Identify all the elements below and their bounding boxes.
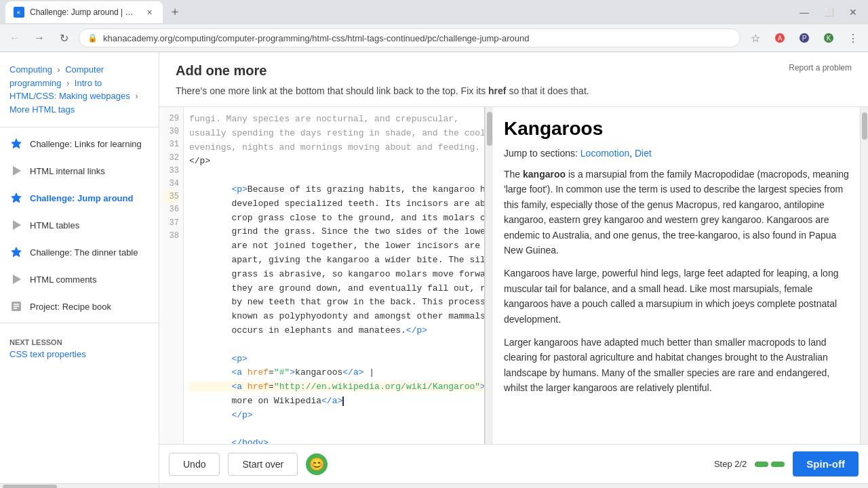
editor-footer: Undo Start over 😊 Step 2/2 Spin-off (159, 444, 868, 483)
preview-para3: Larger kangaroos have adapted much bette… (504, 335, 849, 396)
line-num-36: 36 (163, 203, 179, 216)
preview-title: Kangaroos (504, 118, 849, 140)
line-num-31: 31 (163, 138, 179, 151)
sidebar-scroll[interactable]: Computing › Computer programming › Intro… (0, 52, 159, 483)
bookmark-icon[interactable]: ☆ (746, 28, 765, 47)
svg-text:P: P (802, 35, 807, 42)
project-icon (9, 300, 23, 313)
step-area: Step 2/2 Spin-off (714, 451, 859, 476)
menu-button[interactable]: ⋮ (844, 28, 863, 47)
svg-text:A: A (778, 35, 783, 42)
editor-scrollbar-thumb (487, 112, 492, 146)
content-header: Add one more There's one more link at th… (159, 52, 868, 107)
refresh-button[interactable]: ↻ (54, 28, 73, 47)
extension-icon1[interactable]: A (770, 28, 789, 47)
sidebar-item-html-comments[interactable]: HTML comments (0, 266, 159, 293)
next-lesson-name[interactable]: CSS text properties (9, 349, 149, 359)
code-editor: 29 30 31 32 33 (159, 107, 485, 444)
code-p-open: <p>Because of its grazing habits, the ka… (189, 184, 484, 336)
preview-area[interactable]: Kangaroos Jump to sections: Locomotion, … (493, 107, 860, 444)
close-window-button[interactable]: ✕ (844, 3, 863, 22)
toolbar-icons: ☆ A P K ⋮ (746, 28, 863, 47)
sidebar-item-links-for-learning[interactable]: Challenge: Links for learning (0, 130, 159, 157)
browser-chrome: K Challenge: Jump around | More ... ✕ + … (0, 0, 868, 52)
sidebar-item-project-recipe-book[interactable]: Project: Recipe book (0, 293, 159, 320)
code-content-text[interactable]: fungi. Many species are nocturnal, and c… (184, 107, 484, 444)
browser-tab[interactable]: K Challenge: Jump around | More ... ✕ (5, 1, 163, 23)
sidebar-label-project-recipe-book: Project: Recipe book (30, 302, 111, 312)
tab-bar: K Challenge: Jump around | More ... ✕ + … (0, 0, 868, 24)
code-line-fade: fungi. Many species are nocturnal, and c… (189, 114, 484, 152)
line-num-34: 34 (163, 178, 179, 190)
sidebar-item-html-tables[interactable]: HTML tables (0, 211, 159, 239)
undo-button[interactable]: Undo (169, 453, 220, 476)
url-text: khanacademy.org/computing/computer-progr… (103, 33, 529, 43)
star-icon (9, 137, 23, 150)
step-dot-1 (755, 462, 768, 467)
extension-icon3[interactable]: K (819, 28, 838, 47)
breadcrumb-computing[interactable]: Computing (9, 64, 52, 75)
hint-emoji[interactable]: 😊 (306, 453, 328, 475)
content-area: Add one more There's one more link at th… (159, 52, 868, 488)
back-button[interactable]: ← (5, 28, 24, 47)
tab-title: Challenge: Jump around | More ... (30, 7, 138, 17)
star-icon-dinner (9, 245, 23, 259)
play-icon-comments (9, 272, 23, 286)
spinoff-button[interactable]: Spin-off (793, 451, 859, 476)
sidebar-item-html-internal-links[interactable]: HTML internal links (0, 157, 159, 184)
line-num-37: 37 (163, 217, 179, 230)
line-numbers: 29 30 31 32 33 (159, 107, 184, 444)
breadcrumb-sep3: › (135, 92, 138, 101)
step-progress (755, 462, 785, 467)
sidebar-divider2 (0, 323, 159, 323)
star-icon-active (9, 191, 23, 205)
sidebar-scrollbar-thumb (3, 485, 57, 489)
content-bottom-scrollbar[interactable] (159, 483, 868, 488)
forward-button[interactable]: → (30, 28, 49, 47)
sidebar: Computing › Computer programming › Intro… (0, 52, 159, 488)
sidebar-label-html-internal-links: HTML internal links (30, 166, 105, 176)
editor-vertical-scrollbar[interactable] (485, 107, 493, 444)
step-dot-2 (771, 462, 785, 467)
preview-vertical-scrollbar[interactable] (860, 107, 868, 444)
sidebar-label-links-for-learning: Challenge: Links for learning (30, 139, 142, 149)
sidebar-label-challenge-dinner-table: Challenge: The dinner table (30, 247, 138, 258)
svg-marker-8 (12, 247, 21, 257)
lock-icon: 🔒 (87, 33, 98, 43)
preview-para2: Kangaroos have large, powerful hind legs… (504, 266, 849, 327)
sidebar-label-html-comments: HTML comments (30, 274, 96, 285)
maximize-button[interactable]: ⬜ (819, 3, 838, 22)
sidebar-label-html-tables: HTML tables (30, 220, 79, 230)
line-num-29: 29 (163, 113, 179, 125)
address-bar[interactable]: 🔒 khanacademy.org/computing/computer-pro… (79, 28, 741, 47)
jump-link-diet[interactable]: Diet (635, 148, 652, 159)
breadcrumb-sep2: › (66, 79, 69, 88)
svg-marker-6 (12, 139, 21, 148)
sidebar-item-challenge-jump-around[interactable]: Challenge: Jump around (0, 184, 159, 211)
main-layout: Computing › Computer programming › Intro… (0, 52, 868, 488)
page-title: Add one more (176, 63, 589, 79)
tab-favicon: K (14, 7, 24, 18)
preview-kangaroos: Kangaroos Jump to sections: Locomotion, … (504, 118, 849, 395)
description-bold: href (488, 85, 506, 96)
tab-close-button[interactable]: ✕ (144, 7, 155, 18)
breadcrumb-sep1: › (58, 65, 60, 75)
minimize-button[interactable]: — (795, 3, 814, 22)
breadcrumb-more-html[interactable]: More HTML tags (9, 104, 75, 115)
start-over-button[interactable]: Start over (228, 453, 298, 476)
extension-icon2[interactable]: P (795, 28, 814, 47)
report-problem-link[interactable]: Report a problem (789, 63, 852, 73)
line-num-32: 32 (163, 152, 179, 165)
line-num-30: 30 (163, 125, 179, 138)
preview-scrollbar-thumb (862, 113, 867, 140)
editor-preview-container: 29 30 31 32 33 (159, 107, 868, 444)
new-tab-button[interactable]: + (165, 3, 184, 22)
content-header-left: Add one more There's one more link at th… (176, 63, 589, 98)
sidebar-item-challenge-dinner-table[interactable]: Challenge: The dinner table (0, 239, 159, 266)
sidebar-horizontal-scrollbar[interactable] (0, 483, 159, 488)
jump-link-locomotion[interactable]: Locomotion (580, 148, 629, 159)
play-icon-internal-links (9, 164, 23, 178)
sidebar-divider (0, 127, 159, 127)
code-editor-content[interactable]: 29 30 31 32 33 (159, 107, 484, 444)
next-lesson-area: Next lesson CSS text properties (0, 329, 159, 369)
